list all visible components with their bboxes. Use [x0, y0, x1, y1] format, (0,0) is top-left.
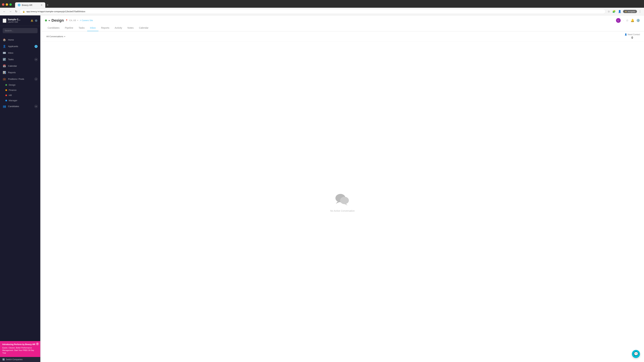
sidebar-search-container — [0, 26, 40, 35]
position-status-indicator — [45, 19, 47, 21]
page-settings-button[interactable]: ⚙️ — [636, 18, 640, 22]
need-contact-count: 0 — [632, 36, 633, 39]
address-bar[interactable]: 🔒 app.breezy.hr/app/c/sample-company/p/1… — [20, 9, 606, 14]
nav-positions-label: Positions / Pools — [8, 78, 32, 80]
incognito-icon: 🕵️ — [625, 10, 627, 12]
reload-button[interactable]: ↻ — [14, 9, 18, 14]
tab-title: Breezy HR — [22, 4, 32, 6]
sidebar-item-inbox[interactable]: ✉️ Inbox — [0, 50, 40, 56]
tab-bar: B Breezy HR ✕ + — [13, 2, 52, 8]
lock-icon: 🔒 — [22, 10, 25, 13]
candidates-icon: 👥 — [3, 105, 6, 108]
design-label: Design — [9, 84, 16, 86]
chat-support-button[interactable]: 💬 — [632, 350, 640, 358]
careers-site-link[interactable]: ↗ Careers Site — [80, 19, 93, 22]
browser-chrome: B Breezy HR ✕ + ← → ↻ 🔒 app.breezy.hr/ap… — [0, 0, 644, 15]
user-avatar: L — [616, 18, 621, 23]
toolbar-actions: ☆ 🧩 👤 🕵️ Incognito ⋮ — [607, 9, 642, 14]
tab-reports[interactable]: Reports — [98, 25, 112, 31]
bookmark-button[interactable]: ☆ — [607, 9, 611, 14]
notification-bell-button[interactable]: 🔔 — [630, 18, 634, 22]
nav-applicants-label: Applicants — [8, 45, 32, 48]
chat-icon: 💬 — [634, 352, 638, 356]
window-maximize-button[interactable] — [10, 3, 12, 6]
applicants-badge: 1 — [34, 45, 38, 48]
promo-close-button[interactable]: ✕ — [36, 343, 39, 346]
nav-tasks-label: Tasks — [8, 58, 32, 61]
promo-banner[interactable]: ✕ Introducing Perform by Breezy HR Easie… — [0, 341, 40, 357]
app-container: ← Sample C... Lauren Deli 🔔 ⚙️ 🏠 Home 👤 … — [0, 15, 644, 362]
status-dropdown-button[interactable]: ▾ — [49, 19, 50, 22]
tab-activity[interactable]: Activity — [112, 25, 125, 31]
calendar-icon: 📅 — [3, 64, 6, 67]
tab-calendar[interactable]: Calendar — [136, 25, 151, 31]
tasks-badge: + — [34, 58, 38, 61]
design-status-dot — [5, 84, 7, 86]
reports-icon: 📊 — [3, 71, 6, 74]
sidebar-back-button[interactable]: ← — [3, 18, 6, 23]
content-area: All Conversations ▾ 👤 Need Contact 0 — [41, 31, 644, 362]
sidebar-item-candidates[interactable]: 👥 Candidates + — [0, 103, 40, 110]
extensions-button[interactable]: 🧩 — [612, 9, 616, 14]
search-input[interactable] — [3, 28, 38, 33]
inbox-icon: ✉️ — [3, 51, 6, 54]
tab-candidates[interactable]: Candidates — [45, 25, 62, 31]
positions-badge: + — [34, 78, 38, 81]
empty-conversations-icon — [334, 192, 351, 207]
svg-point-2 — [340, 197, 349, 204]
sidebar-item-home[interactable]: 🏠 Home — [0, 36, 40, 43]
sidebar-header-icons: 🔔 ⚙️ — [30, 19, 38, 22]
new-tab-button[interactable]: + — [45, 2, 50, 8]
window-minimize-button[interactable] — [6, 3, 8, 6]
tab-favicon: B — [18, 4, 20, 6]
switch-companies-button[interactable]: 🔄 Switch Companies — [0, 357, 40, 362]
sidebar-item-tasks[interactable]: ☑️ Tasks + — [0, 56, 40, 63]
tab-notes[interactable]: Notes — [125, 25, 136, 31]
active-tab[interactable]: B Breezy HR ✕ — [15, 2, 45, 8]
tab-close-button[interactable]: ✕ — [40, 4, 42, 6]
notifications-button[interactable]: 🔔 — [30, 19, 33, 22]
settings-button[interactable]: ⚙️ — [35, 19, 38, 22]
position-finance[interactable]: Finance — [3, 87, 40, 93]
status-dropdown-arrow: ▾ — [49, 19, 50, 22]
switch-label: Switch Companies — [6, 358, 22, 361]
empty-state: No Active Conversation — [41, 42, 644, 362]
page-header-top: ▾ Design 📍 CA, US • ↗ Careers Site L — [45, 18, 640, 23]
star-button[interactable]: ☆ — [626, 18, 628, 22]
tab-tasks[interactable]: Tasks — [76, 25, 88, 31]
position-hr[interactable]: HR — [3, 93, 40, 98]
sidebar-company-info: Sample C... Lauren Deli — [8, 18, 29, 23]
tab-inbox[interactable]: Inbox — [87, 25, 98, 31]
nav-home-label: Home — [8, 38, 38, 41]
incognito-badge: 🕵️ Incognito — [623, 10, 637, 13]
positions-icon: 💼 — [3, 77, 6, 81]
switch-icon: 🔄 — [2, 358, 5, 361]
back-button[interactable]: ← — [2, 9, 7, 14]
page-header: ▾ Design 📍 CA, US • ↗ Careers Site L — [41, 15, 644, 31]
incognito-label: Incognito — [628, 10, 635, 12]
nav-inbox-label: Inbox — [8, 52, 38, 54]
filter-label: All Conversations — [46, 35, 63, 38]
tab-pipeline[interactable]: Pipeline — [62, 25, 76, 31]
filter-arrow-icon: ▾ — [64, 35, 65, 38]
position-design[interactable]: Design — [3, 82, 40, 87]
page-meta: 📍 CA, US • ↗ Careers Site — [66, 19, 93, 22]
conversations-filter-dropdown[interactable]: All Conversations ▾ — [45, 34, 66, 38]
sidebar-item-positions-pools[interactable]: 💼 Positions / Pools + — [0, 76, 40, 82]
location-pin-icon: 📍 — [66, 19, 68, 22]
menu-button[interactable]: ⋮ — [638, 9, 642, 14]
window-close-button[interactable] — [2, 3, 4, 6]
browser-toolbar: ← → ↻ 🔒 app.breezy.hr/app/c/sample-compa… — [0, 8, 644, 15]
sidebar-item-reports[interactable]: 📊 Reports — [0, 69, 40, 76]
home-icon: 🏠 — [3, 38, 6, 41]
window-controls — [2, 3, 12, 6]
sidebar-item-applicants[interactable]: 👤 Applicants 1 — [0, 43, 40, 50]
need-contact-text: Need Contact — [628, 33, 640, 36]
need-contact-section: 👤 Need Contact 0 — [624, 33, 640, 39]
profile-button[interactable]: 👤 — [617, 9, 622, 14]
sidebar-item-calendar[interactable]: 📅 Calendar — [0, 63, 40, 69]
candidates-badge: + — [34, 105, 38, 108]
forward-button[interactable]: → — [8, 9, 13, 14]
position-manager[interactable]: Manager — [3, 98, 40, 103]
promo-title: Introducing Perform by Breezy HR — [2, 343, 38, 346]
